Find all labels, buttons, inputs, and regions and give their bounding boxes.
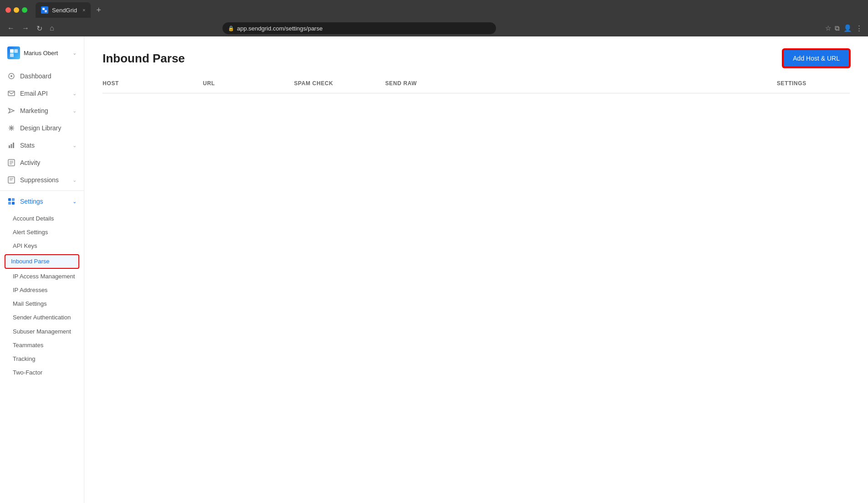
sidebar-item-dashboard[interactable]: Dashboard	[0, 67, 84, 85]
nav-divider	[0, 190, 84, 191]
settings-label: Settings	[20, 198, 68, 205]
tab-favicon	[41, 6, 48, 14]
url-text: app.sendgrid.com/settings/parse	[237, 25, 323, 32]
sidebar-item-suppressions[interactable]: Suppressions ⌄	[0, 171, 84, 189]
active-tab[interactable]: SendGrid ×	[36, 2, 91, 18]
user-menu[interactable]: Marius Obert ⌄	[0, 42, 84, 64]
sidebar-item-stats[interactable]: Stats ⌄	[0, 137, 84, 154]
settings-chevron-icon: ⌄	[72, 199, 77, 205]
col-header-url: URL	[203, 78, 294, 88]
email-api-chevron-icon: ⌄	[72, 91, 77, 97]
settings-item-teammates[interactable]: Teammates	[0, 339, 84, 352]
svg-rect-4	[10, 53, 14, 57]
svg-rect-3	[14, 49, 18, 53]
tab-title: SendGrid	[52, 7, 77, 14]
sidebar: Marius Obert ⌄ Dashboard Email API ⌄	[0, 36, 84, 503]
table-body	[103, 95, 850, 277]
user-chevron-icon: ⌄	[72, 50, 77, 56]
settings-item-subuser-management[interactable]: Subuser Management	[0, 325, 84, 339]
settings-item-ip-addresses[interactable]: IP Addresses	[0, 283, 84, 297]
svg-rect-26	[12, 202, 15, 205]
maximize-window-button[interactable]	[22, 7, 27, 13]
design-library-icon	[7, 124, 16, 132]
address-bar-container: ← → ↻ ⌂ 🔒 app.sendgrid.com/settings/pars…	[0, 20, 868, 36]
activity-label: Activity	[20, 159, 77, 166]
dashboard-icon	[7, 72, 16, 80]
email-api-icon	[7, 89, 16, 98]
marketing-chevron-icon: ⌄	[72, 108, 77, 114]
back-button[interactable]: ←	[5, 23, 16, 33]
settings-item-alert-settings[interactable]: Alert Settings	[0, 226, 84, 239]
bookmark-icon[interactable]: ☆	[825, 24, 831, 32]
col-header-spam-check: SPAM CHECK	[294, 78, 385, 88]
settings-icon	[7, 197, 16, 205]
svg-rect-2	[10, 49, 14, 53]
settings-item-two-factor[interactable]: Two-Factor	[0, 366, 84, 380]
settings-item-account-details[interactable]: Account Details	[0, 212, 84, 226]
svg-rect-15	[13, 143, 14, 148]
sidebar-item-settings[interactable]: Settings ⌄	[0, 193, 84, 210]
address-bar[interactable]: 🔒 app.sendgrid.com/settings/parse	[222, 22, 496, 34]
table-header: HOST URL SPAM CHECK SEND RAW SETTINGS	[103, 78, 850, 93]
svg-point-6	[10, 75, 12, 77]
settings-item-ip-access-management[interactable]: IP Access Management	[0, 270, 84, 283]
browser-actions: ☆ ⧉ 👤 ⋮	[825, 24, 863, 32]
marketing-icon	[7, 107, 16, 115]
settings-item-inbound-parse[interactable]: Inbound Parse	[5, 254, 79, 269]
menu-icon[interactable]: ⋮	[856, 24, 863, 32]
suppressions-icon	[7, 176, 16, 184]
svg-rect-14	[11, 144, 12, 148]
dashboard-label: Dashboard	[20, 72, 77, 80]
settings-item-tracking[interactable]: Tracking	[0, 352, 84, 366]
svg-rect-0	[42, 8, 45, 10]
main-content: Inbound Parse Add Host & URL HOST URL SP…	[84, 36, 868, 503]
settings-item-mail-settings[interactable]: Mail Settings	[0, 297, 84, 311]
svg-rect-7	[8, 91, 15, 96]
stats-icon	[7, 141, 16, 149]
svg-rect-13	[9, 145, 10, 148]
stats-label: Stats	[20, 142, 68, 149]
sidebar-item-activity[interactable]: Activity	[0, 154, 84, 171]
browser-window: SendGrid × + ← → ↻ ⌂ 🔒 app.sendgrid.com/…	[0, 0, 868, 503]
svg-rect-23	[8, 198, 11, 201]
email-api-label: Email API	[20, 90, 68, 97]
page-title: Inbound Parse	[103, 51, 185, 66]
add-host-url-button[interactable]: Add Host & URL	[783, 49, 850, 67]
extension-icon[interactable]: ⧉	[835, 24, 840, 32]
stats-chevron-icon: ⌄	[72, 143, 77, 149]
col-header-host: HOST	[103, 78, 203, 88]
sidebar-item-email-api[interactable]: Email API ⌄	[0, 85, 84, 102]
browser-titlebar: SendGrid × +	[0, 0, 868, 20]
app-container: Marius Obert ⌄ Dashboard Email API ⌄	[0, 36, 868, 503]
suppressions-chevron-icon: ⌄	[72, 177, 77, 183]
new-tab-button[interactable]: +	[96, 5, 101, 15]
marketing-label: Marketing	[20, 107, 68, 114]
avatar	[7, 46, 20, 59]
profile-icon[interactable]: 👤	[843, 24, 852, 32]
col-header-send-raw: SEND RAW	[385, 78, 777, 88]
suppressions-label: Suppressions	[20, 176, 68, 184]
refresh-button[interactable]: ↻	[35, 23, 44, 34]
tab-close-button[interactable]: ×	[83, 7, 85, 13]
svg-marker-8	[9, 108, 14, 113]
page-header: Inbound Parse Add Host & URL	[103, 49, 850, 67]
settings-item-sender-authentication[interactable]: Sender Authentication	[0, 311, 84, 324]
sidebar-item-marketing[interactable]: Marketing ⌄	[0, 102, 84, 119]
col-header-settings: SETTINGS	[777, 78, 850, 88]
settings-submenu: Account Details Alert Settings API Keys …	[0, 210, 84, 381]
minimize-window-button[interactable]	[14, 7, 19, 13]
forward-button[interactable]: →	[20, 23, 31, 33]
svg-rect-24	[12, 198, 15, 201]
home-button[interactable]: ⌂	[48, 23, 56, 33]
svg-rect-1	[45, 10, 47, 12]
activity-icon	[7, 159, 16, 167]
user-name: Marius Obert	[24, 50, 69, 56]
design-library-label: Design Library	[20, 124, 77, 132]
svg-rect-25	[8, 202, 11, 205]
settings-item-api-keys[interactable]: API Keys	[0, 239, 84, 253]
lock-icon: 🔒	[228, 26, 234, 31]
sidebar-item-design-library[interactable]: Design Library	[0, 119, 84, 137]
traffic-lights	[5, 7, 27, 13]
close-window-button[interactable]	[5, 7, 11, 13]
